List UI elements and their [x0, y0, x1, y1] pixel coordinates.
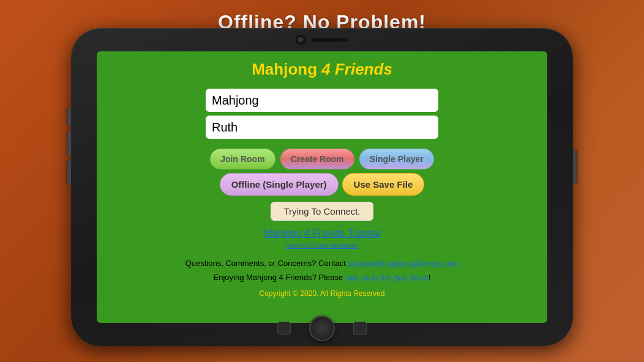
tutorial-link[interactable]: Mahjong 4 Friends Tutorial: [264, 228, 380, 239]
app-title: Mahjong 4 Friends: [252, 60, 392, 79]
phone-body: Mahjong 4 Friends Join Room Create Room …: [71, 28, 573, 346]
power-button-right: [573, 150, 577, 184]
single-player-button-top[interactable]: Single Player: [359, 149, 434, 169]
nav-back-button[interactable]: [277, 322, 291, 335]
enjoy-suffix: !: [429, 273, 431, 282]
status-text: Trying To Connect.: [283, 206, 360, 216]
buttons-row-2: Offline (Single Player) Use Save File: [220, 173, 425, 196]
home-button[interactable]: [309, 316, 335, 341]
contact-text: Questions, Comments, or Concerns? Contac…: [185, 259, 459, 268]
contact-prefix: Questions, Comments, or Concerns? Contac…: [185, 259, 348, 268]
support-email-link[interactable]: support@mahjong4friends.com: [348, 259, 459, 268]
volume-up-button: [67, 131, 71, 155]
volume-down-button: [67, 160, 71, 185]
speaker-icon: [311, 38, 348, 42]
phone-left-buttons: [67, 108, 71, 185]
phone-device: Mahjong 4 Friends Join Room Create Room …: [71, 28, 573, 346]
enjoy-text: Enjoying Mahjong 4 Friends? Please rate …: [214, 273, 431, 282]
app-title-mahjong: Mahjong: [252, 60, 321, 78]
player-name-input[interactable]: [206, 116, 438, 139]
phone-top-area: [296, 35, 348, 44]
create-room-button[interactable]: Create Room: [280, 149, 354, 169]
phone-bottom-area: [277, 316, 367, 341]
camera-icon: [296, 35, 305, 44]
copyright-text: Copyright © 2020, All Rights Reserved: [260, 289, 385, 298]
game-name-input[interactable]: [206, 89, 438, 112]
offline-single-player-button[interactable]: Offline (Single Player): [220, 173, 339, 196]
app-store-link[interactable]: rate us in the App Store: [345, 273, 429, 282]
screen-content: Mahjong 4 Friends Join Room Create Room …: [97, 51, 547, 323]
app-title-friends: 4 Friends: [321, 60, 392, 78]
join-room-button[interactable]: Join Room: [210, 149, 275, 169]
docs-link[interactable]: See Full Documentation: [286, 242, 358, 249]
phone-screen: Mahjong 4 Friends Join Room Create Room …: [97, 51, 547, 323]
buttons-row-1: Join Room Create Room Single Player: [210, 149, 433, 169]
power-button-left: [67, 108, 71, 126]
status-box: Trying To Connect.: [271, 202, 373, 221]
use-save-file-button[interactable]: Use Save File: [342, 173, 425, 196]
nav-recent-button[interactable]: [353, 322, 367, 335]
enjoy-prefix: Enjoying Mahjong 4 Friends? Please: [214, 273, 345, 282]
